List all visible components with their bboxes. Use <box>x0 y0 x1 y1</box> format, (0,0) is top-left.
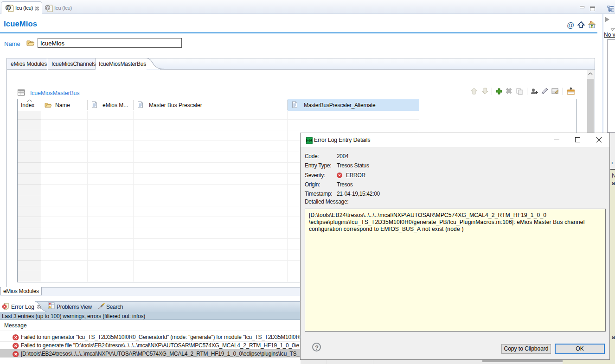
svg-text:C: C <box>6 6 10 10</box>
svg-text:C: C <box>46 6 49 10</box>
svg-text:EB: EB <box>306 138 313 143</box>
